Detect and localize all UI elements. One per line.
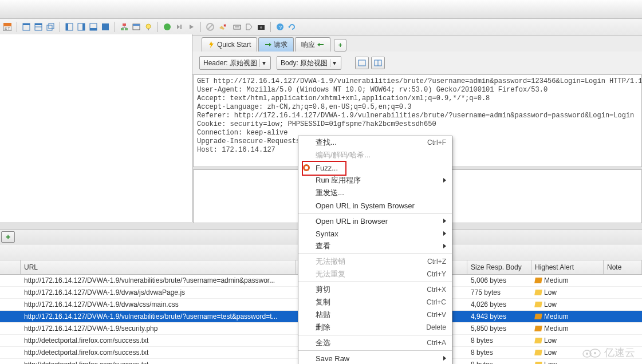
menu-item[interactable]: Open URL in System Browser	[298, 199, 452, 212]
menu-item[interactable]: Save Raw	[298, 352, 452, 364]
menu-item[interactable]: 查看	[298, 240, 452, 252]
menu-item[interactable]: 全选Ctrl+A	[298, 337, 452, 349]
menu-shortcut: Ctrl+Z	[427, 258, 446, 266]
cell-url: http://172.16.14.127/DVWA-1.9/dvwa/js/dv…	[21, 288, 296, 296]
svg-marker-26	[177, 25, 180, 29]
left-sidebar-pane	[0, 34, 192, 222]
svg-rect-23	[133, 24, 140, 26]
layout-full-icon[interactable]	[21, 22, 31, 32]
chevron-down-icon: ▾	[259, 59, 268, 67]
layout-detach-icon[interactable]	[45, 22, 56, 32]
tab-request[interactable]: 请求	[258, 37, 294, 52]
menu-item[interactable]: 复制Ctrl+C	[298, 296, 452, 308]
step-icon[interactable]	[174, 22, 184, 32]
sitemap-icon[interactable]	[119, 22, 129, 32]
menu-item[interactable]: Open URL in Browser	[298, 215, 452, 227]
menu-label: 重发送...	[316, 188, 446, 198]
cell-size: 8 bytes	[467, 337, 531, 345]
menu-item: 无法撤销Ctrl+Z	[298, 255, 452, 268]
clear-icon[interactable]	[217, 22, 227, 32]
cell-size: 775 bytes	[467, 288, 531, 296]
reload-icon[interactable]	[287, 22, 297, 32]
tab-label: 响应	[301, 40, 315, 50]
sidepanel-right-icon[interactable]	[76, 22, 86, 32]
menu-separator	[298, 335, 452, 335]
menu-label: 复制	[316, 297, 427, 307]
submenu-arrow-icon	[443, 219, 446, 223]
sidepanel-bottom-icon[interactable]	[88, 22, 99, 32]
menu-separator	[298, 282, 452, 282]
tag-icon[interactable]	[244, 22, 254, 32]
cell-url: http://172.16.14.127/DVWA-1.9/dvwa/css/m…	[21, 300, 296, 308]
cell-size: 8 bytes	[467, 349, 531, 357]
menu-label: Run 应用程序	[316, 175, 443, 185]
menu-label: 查看	[316, 241, 443, 251]
watermark: 亿速云	[581, 346, 635, 359]
menu-label: 剪切	[316, 284, 427, 295]
context-menu: 查找...Ctrl+F编码/解码/哈希...Fuzz...Run 应用程序重发送…	[298, 136, 452, 364]
menu-item[interactable]: Fuzz...	[298, 161, 452, 174]
tab-response[interactable]: 响应	[295, 37, 330, 52]
menu-item[interactable]: Run 应用程序	[298, 174, 452, 187]
camera-icon[interactable]	[256, 22, 266, 32]
menu-item[interactable]: Syntax	[298, 227, 452, 240]
dropdown-label: Body: 原始视图	[281, 58, 328, 68]
svg-rect-11	[66, 23, 68, 30]
keyboard-icon[interactable]	[232, 22, 242, 32]
menu-shortcut: Ctrl+F	[427, 139, 446, 147]
view-layout-split-icon[interactable]	[371, 57, 385, 69]
flag-icon	[534, 302, 542, 307]
menu-label: Syntax	[316, 230, 443, 238]
header-view-dropdown[interactable]: Header: 原始视图 ▾	[199, 56, 271, 70]
menu-label: 删除	[316, 322, 426, 333]
tab-quick-start[interactable]: Quick Start	[202, 37, 257, 52]
layout-split-h-icon[interactable]	[33, 22, 44, 32]
sidepanel-full-icon[interactable]	[100, 22, 111, 32]
play-icon[interactable]	[186, 22, 196, 32]
column-size[interactable]: Size Resp. Body	[467, 260, 531, 274]
menu-label: Open URL in System Browser	[316, 201, 446, 210]
menu-label: 查找...	[316, 137, 427, 148]
cell-url: http://detectportal.firefox.com/success.…	[21, 361, 296, 364]
lightning-icon	[208, 41, 215, 48]
menu-item[interactable]: 删除Delete	[298, 321, 452, 334]
add-tab-button[interactable]: +	[334, 39, 346, 52]
add-history-tab-button[interactable]: +	[1, 231, 15, 243]
browser-icon[interactable]	[131, 22, 141, 32]
svg-rect-18	[121, 28, 124, 30]
menu-item[interactable]: 查找...Ctrl+F	[298, 136, 452, 149]
window-titlebar	[0, 0, 642, 19]
svg-marker-40	[209, 41, 214, 48]
cell-size: 5,006 bytes	[467, 276, 531, 284]
menu-item[interactable]: 粘贴Ctrl+V	[298, 308, 452, 321]
record-icon[interactable]	[162, 22, 172, 32]
layout-selector-icon[interactable]: S T.	[2, 22, 13, 32]
cell-alert: Low	[531, 361, 604, 364]
menu-item[interactable]: 重发送...	[298, 187, 452, 199]
column-url[interactable]: URL	[21, 260, 296, 274]
cell-url: http://172.16.14.127/DVWA-1.9/vulnerabil…	[21, 276, 296, 284]
menu-item[interactable]: 剪切Ctrl+X	[298, 283, 452, 296]
flag-icon	[534, 290, 542, 295]
help-icon[interactable]: ?	[275, 22, 285, 32]
svg-rect-13	[82, 23, 85, 30]
sidepanel-left-icon[interactable]	[64, 22, 74, 32]
column-blank[interactable]	[0, 260, 21, 274]
menu-shortcut: Delete	[426, 323, 446, 331]
menu-shortcut: Ctrl+A	[427, 339, 446, 347]
svg-rect-25	[148, 29, 149, 30]
column-alert[interactable]: Highest Alert	[531, 260, 604, 274]
view-layout-single-icon[interactable]	[355, 57, 369, 69]
column-note[interactable]: Note	[604, 260, 642, 274]
svg-point-53	[594, 352, 596, 354]
menu-label: Save Raw	[316, 354, 443, 363]
cell-alert: Medium	[531, 276, 604, 284]
tab-label: 请求	[274, 40, 287, 50]
svg-point-36	[260, 26, 262, 29]
stop-icon[interactable]	[205, 22, 215, 32]
submenu-arrow-icon	[443, 231, 446, 236]
body-view-dropdown[interactable]: Body: 原始视图 ▾	[277, 56, 341, 70]
cell-url: http://172.16.14.127/DVWA-1.9/security.p…	[21, 325, 296, 333]
lightbulb-icon[interactable]	[143, 22, 153, 32]
header-label: Note	[607, 263, 621, 271]
